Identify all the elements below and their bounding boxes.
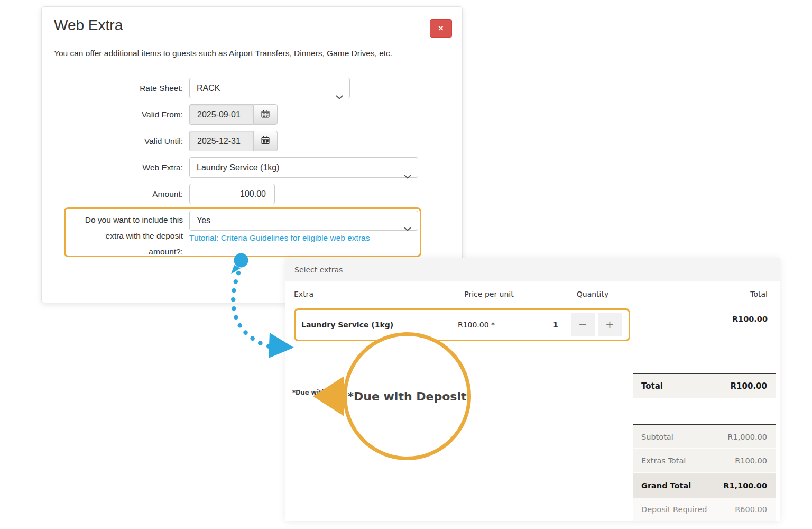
modal-title: Web Extra	[54, 17, 123, 34]
total-label: Total	[641, 381, 663, 391]
chevron-down-icon	[404, 166, 411, 186]
booking-summary: Subtotal R1,000.00 Extras Total R100.00 …	[633, 424, 776, 521]
valid-until-group	[189, 131, 278, 151]
callout-pointer	[313, 376, 344, 416]
total-value: R100.00	[731, 381, 767, 391]
rate-sheet-value: RACK	[197, 84, 220, 93]
column-header-price: Price per unit	[464, 290, 513, 298]
summary-row-grand-total: Grand Total R1,100.00	[633, 473, 776, 498]
valid-from-label: Valid From:	[52, 104, 183, 125]
close-icon: ✕	[438, 24, 444, 32]
quantity-minus-button[interactable]: −	[571, 313, 595, 336]
valid-from-input[interactable]	[189, 104, 253, 125]
web-extra-select[interactable]: Laundry Service (1kg)	[189, 157, 418, 178]
extra-row-highlight: Laundry Service (1kg) R100.00 * 1 − +	[294, 308, 630, 341]
quantity-plus-button[interactable]: +	[598, 313, 622, 336]
summary-row-subtotal: Subtotal R1,000.00	[633, 425, 776, 449]
web-extra-label: Web Extra:	[52, 157, 183, 178]
valid-until-label: Valid Until:	[52, 131, 183, 151]
amount-input[interactable]	[189, 184, 275, 204]
magnified-text: *Due with Deposit	[348, 390, 467, 403]
column-header-quantity: Quantity	[577, 290, 609, 298]
rate-sheet-label: Rate Sheet:	[52, 78, 183, 98]
chevron-down-icon	[336, 87, 343, 106]
title-divider	[54, 42, 450, 42]
valid-until-input[interactable]	[189, 131, 253, 151]
magnifier-callout: *Due with Deposit	[343, 332, 471, 460]
column-header-total: Total	[750, 290, 768, 298]
extra-name: Laundry Service (1kg)	[301, 310, 393, 340]
deposit-question-select[interactable]: Yes	[189, 211, 418, 231]
column-header-extra: Extra	[294, 290, 313, 298]
web-extra-value: Laundry Service (1kg)	[197, 163, 280, 172]
summary-row-deposit-required: Deposit Required R600.00	[633, 498, 776, 521]
valid-until-calendar-button[interactable]	[253, 131, 278, 151]
calendar-icon	[261, 110, 270, 120]
close-button[interactable]: ✕	[430, 19, 452, 38]
page: Web Extra ✕ You can offer additional ite…	[0, 0, 812, 529]
calendar-icon	[261, 136, 270, 146]
panel-header: Select extras	[285, 258, 780, 281]
valid-from-group	[189, 104, 278, 125]
tutorial-link[interactable]: Tutorial: Criteria Guidelines for eligib…	[189, 233, 370, 243]
extra-quantity: 1	[553, 310, 558, 340]
summary-row-extras-total: Extras Total R100.00	[633, 449, 776, 473]
amount-label: Amount:	[52, 184, 183, 204]
rate-sheet-select[interactable]: RACK	[189, 78, 350, 98]
valid-from-calendar-button[interactable]	[253, 104, 278, 125]
deposit-question-value: Yes	[197, 216, 210, 225]
extra-row-total: R100.00	[732, 315, 768, 323]
chevron-down-icon	[404, 219, 411, 238]
deposit-question-label: Do you want to include this extra with t…	[51, 212, 183, 260]
extras-total-box: Total R100.00	[633, 373, 776, 398]
extra-price: R100.00 *	[458, 310, 495, 340]
modal-description: You can offer additional items to guests…	[54, 49, 456, 58]
